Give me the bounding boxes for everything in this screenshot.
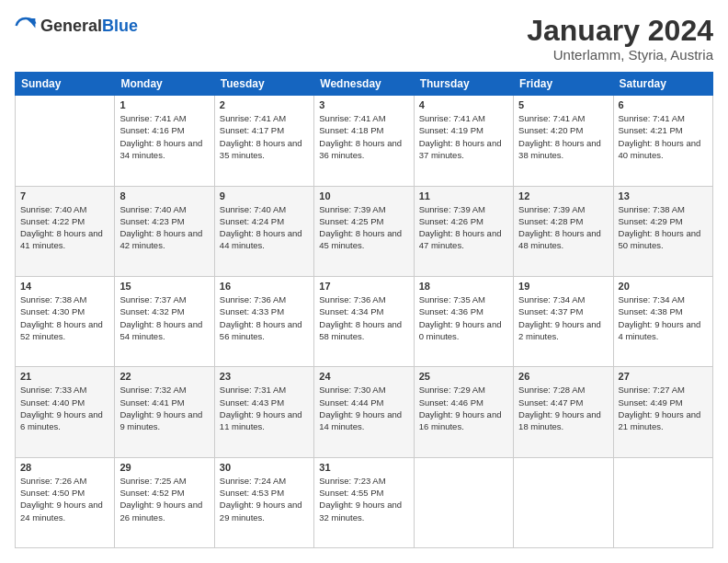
- cell-4-2: 30 Sunrise: 7:24 AM Sunset: 4:53 PM Dayl…: [214, 457, 313, 547]
- cell-0-0: [16, 96, 115, 186]
- cell-4-0: 28 Sunrise: 7:26 AM Sunset: 4:50 PM Dayl…: [16, 457, 115, 547]
- cell-0-5: 5 Sunrise: 7:41 AM Sunset: 4:20 PM Dayli…: [514, 96, 613, 186]
- daylight: Daylight: 8 hours and 36 minutes.: [319, 138, 402, 160]
- sunrise: Sunrise: 7:33 AM: [20, 385, 86, 395]
- day-info: Sunrise: 7:38 AM Sunset: 4:29 PM Dayligh…: [619, 203, 708, 252]
- daylight: Daylight: 9 hours and 18 minutes.: [518, 409, 601, 431]
- day-info: Sunrise: 7:40 AM Sunset: 4:23 PM Dayligh…: [119, 203, 209, 252]
- daylight: Daylight: 8 hours and 48 minutes.: [518, 228, 601, 250]
- header: GeneralBlue January 2024 Unterlamm, Styr…: [15, 15, 713, 63]
- sunset: Sunset: 4:19 PM: [419, 125, 483, 135]
- sunset: Sunset: 4:26 PM: [419, 216, 483, 226]
- day-number: 15: [119, 281, 209, 292]
- sunset: Sunset: 4:46 PM: [419, 397, 483, 408]
- sunset: Sunset: 4:52 PM: [119, 488, 184, 498]
- day-number: 27: [619, 371, 708, 382]
- cell-2-3: 17 Sunrise: 7:36 AM Sunset: 4:34 PM Dayl…: [314, 276, 414, 366]
- logo-icon: [15, 15, 37, 37]
- sunset: Sunset: 4:37 PM: [518, 306, 583, 316]
- sunset: Sunset: 4:55 PM: [319, 488, 383, 498]
- week-row-1: 7 Sunrise: 7:40 AM Sunset: 4:22 PM Dayli…: [16, 186, 713, 276]
- header-friday: Friday: [514, 73, 613, 96]
- sunset: Sunset: 4:17 PM: [220, 125, 284, 135]
- cell-3-3: 24 Sunrise: 7:30 AM Sunset: 4:44 PM Dayl…: [314, 367, 414, 457]
- day-info: Sunrise: 7:41 AM Sunset: 4:19 PM Dayligh…: [419, 112, 508, 161]
- cell-3-0: 21 Sunrise: 7:33 AM Sunset: 4:40 PM Dayl…: [16, 367, 115, 457]
- day-info: Sunrise: 7:23 AM Sunset: 4:55 PM Dayligh…: [319, 475, 408, 523]
- sunset: Sunset: 4:23 PM: [119, 216, 184, 226]
- week-row-2: 14 Sunrise: 7:38 AM Sunset: 4:30 PM Dayl…: [16, 276, 713, 366]
- day-number: 19: [518, 281, 608, 292]
- daylight: Daylight: 8 hours and 54 minutes.: [119, 319, 202, 341]
- sunrise: Sunrise: 7:26 AM: [20, 476, 86, 486]
- sunset: Sunset: 4:29 PM: [619, 216, 683, 226]
- day-info: Sunrise: 7:28 AM Sunset: 4:47 PM Dayligh…: [518, 384, 608, 432]
- day-info: Sunrise: 7:39 AM Sunset: 4:26 PM Dayligh…: [419, 203, 508, 252]
- day-number: 20: [619, 281, 708, 292]
- day-info: Sunrise: 7:37 AM Sunset: 4:32 PM Dayligh…: [119, 293, 209, 342]
- cell-3-2: 23 Sunrise: 7:31 AM Sunset: 4:43 PM Dayl…: [214, 367, 313, 457]
- logo-blue: Blue: [102, 17, 138, 35]
- sunset: Sunset: 4:43 PM: [220, 397, 284, 408]
- cell-4-1: 29 Sunrise: 7:25 AM Sunset: 4:52 PM Dayl…: [115, 457, 214, 547]
- day-number: 4: [419, 99, 508, 110]
- sunset: Sunset: 4:49 PM: [619, 397, 683, 408]
- sunset: Sunset: 4:28 PM: [518, 216, 583, 226]
- daylight: Daylight: 8 hours and 41 minutes.: [20, 228, 103, 250]
- weekday-header-row: Sunday Monday Tuesday Wednesday Thursday…: [16, 73, 713, 96]
- day-number: 22: [119, 371, 209, 382]
- week-row-4: 28 Sunrise: 7:26 AM Sunset: 4:50 PM Dayl…: [16, 457, 713, 547]
- daylight: Daylight: 9 hours and 11 minutes.: [220, 409, 302, 431]
- day-info: Sunrise: 7:25 AM Sunset: 4:52 PM Dayligh…: [119, 475, 209, 523]
- daylight: Daylight: 9 hours and 21 minutes.: [619, 409, 701, 431]
- cell-3-6: 27 Sunrise: 7:27 AM Sunset: 4:49 PM Dayl…: [613, 367, 712, 457]
- daylight: Daylight: 9 hours and 29 minutes.: [220, 500, 302, 522]
- sunrise: Sunrise: 7:40 AM: [20, 204, 86, 214]
- day-number: 12: [518, 190, 608, 201]
- week-row-0: 1 Sunrise: 7:41 AM Sunset: 4:16 PM Dayli…: [16, 96, 713, 186]
- header-wednesday: Wednesday: [314, 73, 414, 96]
- day-number: 14: [20, 281, 109, 292]
- daylight: Daylight: 9 hours and 2 minutes.: [518, 319, 601, 341]
- cell-0-1: 1 Sunrise: 7:41 AM Sunset: 4:16 PM Dayli…: [115, 96, 214, 186]
- cell-1-4: 11 Sunrise: 7:39 AM Sunset: 4:26 PM Dayl…: [414, 186, 513, 276]
- page: GeneralBlue January 2024 Unterlamm, Styr…: [0, 0, 728, 563]
- day-info: Sunrise: 7:36 AM Sunset: 4:33 PM Dayligh…: [220, 293, 309, 342]
- day-info: Sunrise: 7:36 AM Sunset: 4:34 PM Dayligh…: [319, 293, 408, 342]
- cell-1-5: 12 Sunrise: 7:39 AM Sunset: 4:28 PM Dayl…: [514, 186, 613, 276]
- header-thursday: Thursday: [414, 73, 513, 96]
- day-info: Sunrise: 7:24 AM Sunset: 4:53 PM Dayligh…: [220, 475, 309, 523]
- day-number: 29: [119, 462, 209, 473]
- daylight: Daylight: 8 hours and 50 minutes.: [619, 228, 701, 250]
- day-info: Sunrise: 7:40 AM Sunset: 4:24 PM Dayligh…: [220, 203, 309, 252]
- daylight: Daylight: 8 hours and 58 minutes.: [319, 319, 402, 341]
- sunset: Sunset: 4:36 PM: [419, 306, 483, 316]
- cell-2-1: 15 Sunrise: 7:37 AM Sunset: 4:32 PM Dayl…: [115, 276, 214, 366]
- day-number: 7: [20, 190, 109, 201]
- daylight: Daylight: 9 hours and 16 minutes.: [419, 409, 502, 431]
- day-info: Sunrise: 7:39 AM Sunset: 4:28 PM Dayligh…: [518, 203, 608, 252]
- day-info: Sunrise: 7:30 AM Sunset: 4:44 PM Dayligh…: [319, 384, 408, 432]
- day-info: Sunrise: 7:40 AM Sunset: 4:22 PM Dayligh…: [20, 203, 109, 252]
- cell-2-4: 18 Sunrise: 7:35 AM Sunset: 4:36 PM Dayl…: [414, 276, 513, 366]
- sunrise: Sunrise: 7:41 AM: [619, 113, 685, 123]
- sunset: Sunset: 4:16 PM: [119, 125, 184, 135]
- sunset: Sunset: 4:50 PM: [20, 488, 85, 498]
- sunrise: Sunrise: 7:38 AM: [619, 204, 685, 214]
- day-info: Sunrise: 7:34 AM Sunset: 4:38 PM Dayligh…: [619, 293, 708, 342]
- sunrise: Sunrise: 7:41 AM: [119, 113, 186, 123]
- sunset: Sunset: 4:22 PM: [20, 216, 85, 226]
- day-number: 3: [319, 99, 408, 110]
- title-block: January 2024 Unterlamm, Styria, Austria: [527, 15, 713, 63]
- day-number: 23: [220, 371, 309, 382]
- sunrise: Sunrise: 7:41 AM: [319, 113, 385, 123]
- daylight: Daylight: 9 hours and 24 minutes.: [20, 500, 103, 522]
- daylight: Daylight: 8 hours and 56 minutes.: [220, 319, 302, 341]
- day-number: 5: [518, 99, 608, 110]
- sunrise: Sunrise: 7:40 AM: [220, 204, 286, 214]
- sunrise: Sunrise: 7:34 AM: [619, 294, 685, 304]
- cell-4-3: 31 Sunrise: 7:23 AM Sunset: 4:55 PM Dayl…: [314, 457, 414, 547]
- sunset: Sunset: 4:32 PM: [119, 306, 184, 316]
- sunset: Sunset: 4:34 PM: [319, 306, 383, 316]
- sunrise: Sunrise: 7:39 AM: [518, 204, 585, 214]
